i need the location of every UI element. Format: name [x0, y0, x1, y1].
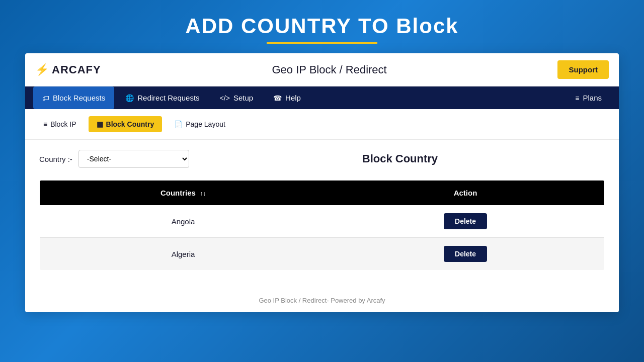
tag-icon: 🏷 — [42, 94, 49, 102]
sub-nav-label-page-layout: Page Layout — [186, 120, 225, 128]
table-row: AngolaDelete — [40, 205, 605, 238]
action-cell: Delete — [327, 238, 604, 270]
country-select[interactable]: -Select-AfghanistanAlbaniaAlgeriaAngolaA… — [78, 150, 189, 168]
block-country-heading: Block Country — [195, 152, 605, 165]
column-action: Action — [327, 180, 604, 206]
column-action-label: Action — [454, 189, 477, 197]
list-icon: ≡ — [575, 94, 579, 102]
nav-item-plans[interactable]: ≡ Plans — [566, 86, 611, 109]
column-countries-label: Countries — [160, 189, 196, 197]
sub-nav-block-ip[interactable]: ≡ Block IP — [35, 116, 85, 132]
sub-nav-page-layout[interactable]: 📄 Page Layout — [166, 116, 233, 132]
table-row: AlgeriaDelete — [40, 238, 605, 270]
action-cell: Delete — [327, 205, 604, 238]
globe-icon: 🌐 — [125, 94, 134, 102]
table-body: AngolaDeleteAlgeriaDelete — [40, 205, 605, 270]
country-label: Country :- — [39, 155, 72, 163]
countries-table: Countries ↑↓ Action AngolaDeleteAlgeriaD… — [39, 180, 605, 270]
support-button[interactable]: Support — [557, 60, 609, 79]
banner-underline — [267, 42, 377, 44]
list-icon-small: ≡ — [43, 120, 47, 128]
logo-text: ARCAFY — [52, 63, 101, 76]
footer-text: Geo IP Block / Redirect- Powered by Arca… — [259, 297, 385, 304]
country-cell: Algeria — [40, 238, 327, 270]
sub-nav-block-country[interactable]: ▦ Block Country — [89, 116, 163, 132]
nav-bar: 🏷 Block Requests 🌐 Redirect Requests </>… — [25, 86, 619, 109]
nav-label-setup: Setup — [233, 94, 253, 102]
nav-label-plans: Plans — [583, 94, 602, 102]
country-cell: Angola — [40, 205, 327, 238]
nav-label-block-requests: Block Requests — [53, 94, 105, 102]
top-banner: ADD COUNTRY TO Block — [0, 0, 644, 53]
content-area: Country :- -Select-AfghanistanAlbaniaAlg… — [25, 140, 619, 286]
logo-icon: ⚡ — [35, 63, 49, 76]
grid-icon: ▦ — [97, 120, 103, 128]
nav-item-setup[interactable]: </> Setup — [211, 86, 262, 109]
app-header: ⚡ ARCAFY Geo IP Block / Redirect Support — [25, 53, 619, 86]
nav-label-redirect-requests: Redirect Requests — [137, 94, 199, 102]
table-header-row: Countries ↑↓ Action — [40, 180, 605, 206]
nav-item-block-requests[interactable]: 🏷 Block Requests — [33, 86, 114, 109]
sub-nav-label-block-ip: Block IP — [50, 120, 76, 128]
help-icon: ☎ — [273, 94, 282, 102]
main-card: ⚡ ARCAFY Geo IP Block / Redirect Support… — [25, 53, 619, 312]
nav-item-help[interactable]: ☎ Help — [264, 86, 310, 109]
code-icon: </> — [220, 94, 230, 102]
app-title: Geo IP Block / Redirect — [272, 63, 386, 76]
country-selector-row: Country :- -Select-AfghanistanAlbaniaAlg… — [39, 150, 605, 168]
sub-nav: ≡ Block IP ▦ Block Country 📄 Page Layout — [25, 109, 619, 140]
nav-item-redirect-requests[interactable]: 🌐 Redirect Requests — [116, 86, 208, 109]
logo: ⚡ ARCAFY — [35, 63, 101, 76]
banner-title: ADD COUNTRY TO Block — [0, 14, 644, 38]
column-countries: Countries ↑↓ — [40, 180, 327, 206]
delete-button[interactable]: Delete — [444, 246, 487, 262]
sort-icon: ↑↓ — [200, 190, 206, 197]
sub-nav-label-block-country: Block Country — [106, 120, 154, 128]
page-icon: 📄 — [174, 120, 183, 128]
nav-label-help: Help — [285, 94, 301, 102]
footer: Geo IP Block / Redirect- Powered by Arca… — [25, 286, 619, 312]
delete-button[interactable]: Delete — [444, 213, 487, 229]
